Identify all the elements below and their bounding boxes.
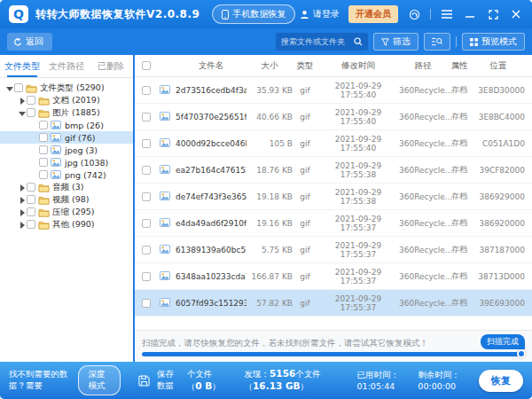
tree-item[interactable]: 图片 (1885) [0,106,133,119]
file-type: gif [293,86,317,95]
found-summary: 发现：5156个文件（16.13 GB） [245,368,340,393]
table-row[interactable]: de74ef743f3e365bf8fe2ad8...19.18 KBgif20… [135,184,532,210]
table-row[interactable]: 6057fd93c151293a9d9eb32...57.82 KBgif202… [135,290,532,317]
tree-item[interactable]: 压缩 (295) [0,206,133,218]
save-count: 个文件（0 B） [187,369,227,393]
table-row[interactable]: 2d73516cedb4f3af5cfff3e5a...35.93 KBgif2… [135,77,532,104]
tree-checkbox[interactable] [27,195,35,204]
tree-checkbox[interactable] [27,96,35,105]
file-location: 3E8D30000 [472,86,525,95]
tree-checkbox[interactable] [39,158,48,167]
row-checkbox[interactable] [142,272,151,281]
table-row[interactable]: 4000d92bcce046bdd997eb...105 Bgif2021-09… [135,130,532,157]
tree-checkbox[interactable] [39,145,48,154]
file-name: 4000d92bcce046bdd997eb... [176,139,246,148]
folder-icon [38,195,50,205]
found-size-value: 16.13 GB [253,380,301,391]
deep-mode-button[interactable]: 深度模式 [78,365,121,395]
tab-文件类型[interactable]: 文件类型 [0,55,44,77]
expand-right-icon[interactable] [18,97,26,105]
file-path: 360Recycle... [399,272,447,281]
folder-icon [38,108,50,118]
expand-right-icon[interactable] [18,208,26,216]
tree-spacer [30,159,38,167]
table-row[interactable]: 6348aa10233cda7ad047146...166.87 KBgif20… [135,263,532,290]
column-header[interactable]: 路径 [399,60,447,72]
tree-item[interactable]: gif (76) [0,131,133,144]
toolbar-separator [456,36,457,47]
tree-item[interactable]: jpg (1038) [0,156,133,168]
tree-item[interactable]: 文件类型 (5290) [0,82,133,94]
table-row[interactable]: e4da49ad6f2910f3fdd4083f...19.16 KBgif20… [135,210,532,237]
row-checkbox[interactable] [142,219,151,228]
support-icon[interactable] [407,7,421,21]
minimize-button[interactable] [463,7,477,21]
tree-item[interactable]: 其他 (990) [0,218,133,231]
select-all-checkbox[interactable] [142,61,151,70]
tree-item[interactable]: jpeg (3) [0,144,133,156]
phone-recovery-button[interactable]: 手机数据恢复 [212,4,295,24]
tree-item[interactable]: 文档 (2019) [0,94,133,106]
expand-down-icon[interactable] [18,109,26,117]
column-header[interactable]: 位置 [472,60,525,72]
gif-file-icon [160,112,171,121]
row-checkbox[interactable] [142,139,151,148]
column-header[interactable]: 属性 [447,60,472,72]
expand-right-icon[interactable] [18,221,26,229]
file-attribute: 存档 [447,84,472,96]
table-row[interactable]: 5f470370e25651f54601a5a6...40.66 KBgif20… [135,104,532,130]
save-data-label[interactable]: 保存数据 [157,369,180,392]
gif-file-icon [160,138,171,148]
column-header[interactable]: 修改时间 [317,60,399,72]
row-checkbox[interactable] [142,113,151,121]
tree-checkbox[interactable] [39,121,48,129]
tree-checkbox[interactable] [39,133,48,142]
tab-文件路径[interactable]: 文件路径 [44,55,89,77]
tree-checkbox[interactable] [39,170,48,179]
search-input[interactable] [281,37,354,46]
vip-button[interactable]: 开通会员 [348,5,398,23]
tree-item[interactable]: 音频 (3) [0,181,133,193]
close-button[interactable] [509,7,523,21]
recover-button[interactable]: 恢复 [479,370,523,392]
expand-right-icon[interactable] [18,184,26,192]
menu-icon[interactable] [440,7,454,21]
tree-checkbox[interactable] [27,108,35,117]
back-button[interactable]: 返回 [7,33,52,51]
tree-item[interactable]: png (742) [0,168,133,181]
tree-item[interactable]: bmp (26) [0,119,133,131]
column-header[interactable]: 文件名 [176,60,246,72]
tree-checkbox[interactable] [14,83,23,92]
file-size: 166.87 KB [246,272,293,281]
expand-right-icon[interactable] [18,196,26,204]
filter-button[interactable]: 筛选 [373,33,419,51]
app-title: 转转大师数据恢复软件V2.0.8.9 [35,7,200,22]
image-file-icon [51,145,62,155]
maximize-button[interactable] [486,7,500,21]
scan-progress-knob [517,349,526,358]
table-row[interactable]: ea27b164c476152cd3ccf20...18.76 KBgif202… [135,157,532,184]
tree-checkbox[interactable] [27,220,35,229]
tree-checkbox[interactable] [27,207,35,216]
tree-item[interactable]: 视频 (98) [0,193,133,206]
file-name: ea27b164c476152cd3ccf20... [176,166,246,175]
deep-mode-question: 找不到需要的数据？需要 [9,369,71,392]
row-checkbox[interactable] [142,166,151,175]
row-checkbox[interactable] [142,299,151,308]
tab-已删除[interactable]: 已删除 [89,55,133,77]
login-button[interactable]: 请登录 [300,8,340,20]
table-row[interactable]: 61389139a60bc5748fb40b8...5.75 KBgif2021… [135,237,532,263]
column-header[interactable]: 大小 [246,60,293,72]
expand-down-icon[interactable] [5,84,13,92]
search-icon[interactable] [354,37,363,46]
file-name: 5f470370e25651f54601a5a6... [176,113,246,121]
tree-item-label: png (742) [65,170,106,180]
advanced-search-button[interactable] [424,33,450,51]
column-header[interactable]: 类型 [293,60,317,72]
row-checkbox[interactable] [142,246,151,254]
row-checkbox[interactable] [142,192,151,201]
row-checkbox[interactable] [142,86,151,95]
tree-checkbox[interactable] [27,183,35,192]
search-box[interactable] [276,33,368,51]
preview-mode-button[interactable]: 预览模式 [462,33,525,51]
